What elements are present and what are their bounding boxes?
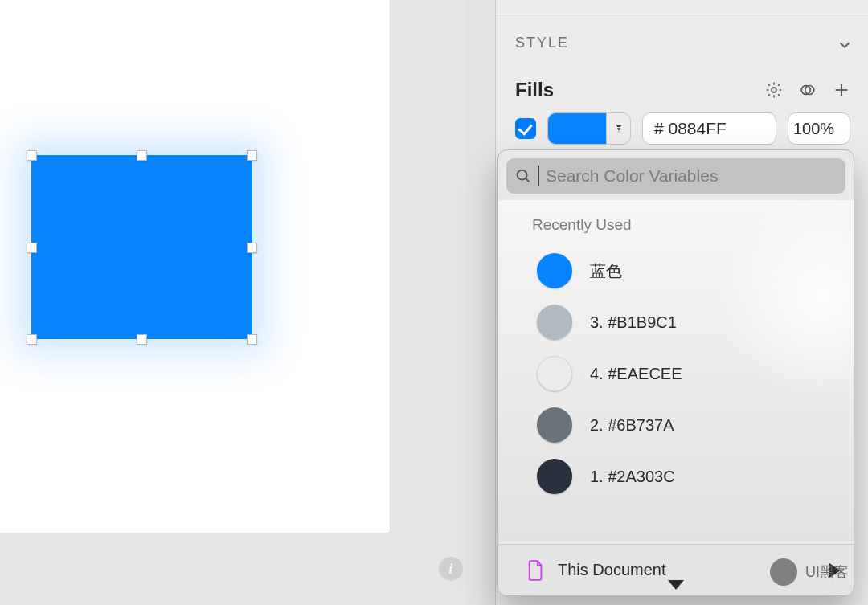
- style-section-title: STYLE: [515, 35, 569, 51]
- color-variable-item[interactable]: 4. #EAECEE: [522, 348, 839, 399]
- color-variable-name: 蓝色: [590, 260, 622, 282]
- gear-icon[interactable]: [765, 81, 783, 99]
- resize-handle-s[interactable]: [137, 334, 147, 345]
- chevron-down-icon[interactable]: [836, 36, 850, 51]
- document-icon: [527, 559, 545, 582]
- resize-handle-sw[interactable]: [27, 334, 37, 345]
- fill-enabled-checkbox[interactable]: [515, 118, 536, 139]
- color-swatch-dot: [537, 305, 572, 340]
- watermark-text: UI黑客: [805, 562, 849, 582]
- canvas-area[interactable]: [0, 0, 466, 605]
- color-variable-name: 3. #B1B9C1: [590, 313, 677, 332]
- resize-handle-w[interactable]: [27, 243, 37, 253]
- fills-section-title: Fills: [515, 79, 554, 101]
- svg-line-6: [526, 178, 529, 182]
- color-variable-item[interactable]: 蓝色: [522, 245, 839, 296]
- color-variable-name: 1. #2A303C: [590, 468, 675, 486]
- color-variable-item[interactable]: 3. #B1B9C1: [522, 296, 839, 348]
- fill-swatch[interactable]: [547, 112, 631, 145]
- color-variable-item[interactable]: 1. #2A303C: [522, 451, 839, 502]
- svg-point-0: [772, 88, 776, 92]
- color-variable-dropdown-icon[interactable]: [606, 113, 630, 144]
- resize-handle-nw[interactable]: [27, 150, 37, 161]
- fill-opacity-input[interactable]: [788, 112, 850, 145]
- fill-row: [496, 112, 868, 153]
- color-swatch-dot: [537, 356, 572, 391]
- color-variable-name: 2. #6B737A: [590, 416, 674, 435]
- color-variable-item[interactable]: 2. #6B737A: [522, 399, 839, 451]
- info-icon[interactable]: i: [439, 557, 463, 581]
- svg-point-5: [518, 170, 527, 180]
- watermark: UI黑客: [770, 558, 849, 586]
- text-caret: [538, 166, 539, 186]
- search-icon: [514, 167, 532, 185]
- search-field-wrap[interactable]: [506, 158, 845, 194]
- color-variables-popover: Recently Used 蓝色 3. #B1B9C1 4. #EAECEE 2…: [497, 149, 854, 596]
- search-input[interactable]: [546, 166, 837, 186]
- chevron-down-icon[interactable]: [668, 580, 684, 590]
- popover-body: Recently Used 蓝色 3. #B1B9C1 4. #EAECEE 2…: [498, 200, 854, 542]
- selected-rectangle[interactable]: [31, 155, 252, 339]
- resize-handle-ne[interactable]: [247, 150, 257, 161]
- recently-used-label: Recently Used: [532, 216, 839, 234]
- resize-handle-e[interactable]: [247, 243, 257, 253]
- fill-swatch-color[interactable]: [548, 113, 606, 144]
- color-swatch-dot: [537, 253, 572, 288]
- fill-hex-input[interactable]: [642, 112, 776, 145]
- resize-handle-se[interactable]: [247, 334, 257, 345]
- wechat-icon: [770, 558, 797, 586]
- add-fill-icon[interactable]: [833, 81, 850, 99]
- color-swatch-dot: [537, 459, 572, 494]
- color-swatch-dot: [537, 407, 572, 443]
- color-variable-name: 4. #EAECEE: [590, 365, 682, 383]
- blend-icon[interactable]: [799, 81, 817, 99]
- resize-handle-n[interactable]: [137, 150, 147, 161]
